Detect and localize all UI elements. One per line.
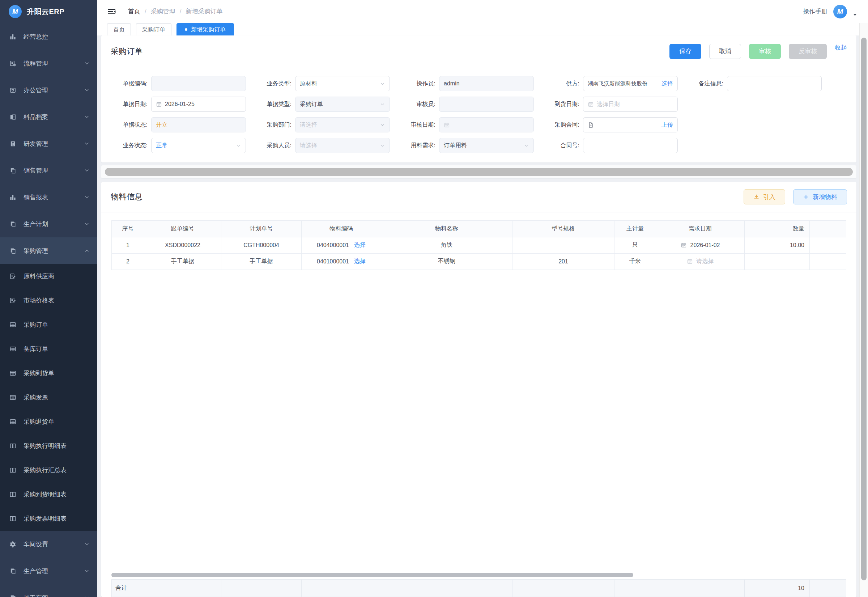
- gear-icon: [9, 541, 16, 548]
- sidebar-item-production-plan[interactable]: 生产计划: [0, 211, 97, 238]
- scrollbar-thumb[interactable]: [111, 573, 633, 577]
- buyer-select[interactable]: 请选择: [295, 138, 390, 153]
- cell-plan-no: CGTH000004: [221, 237, 302, 253]
- sidebar-item-purchase-arrival[interactable]: 采购到货单: [0, 361, 97, 385]
- cell-qty[interactable]: 10.00: [745, 237, 810, 253]
- sidebar-item-sales-report[interactable]: 销售报表: [0, 184, 97, 211]
- sidebar-item-process-mgmt[interactable]: 流程管理: [0, 50, 97, 77]
- tab-purchase-order[interactable]: 采购订单: [136, 23, 172, 36]
- collapse-link[interactable]: 收起: [835, 43, 847, 52]
- cell-qty[interactable]: [745, 253, 810, 270]
- calendar-icon: [687, 258, 693, 264]
- col-header: 物料名称: [381, 220, 513, 237]
- remark-input[interactable]: [727, 76, 822, 91]
- add-material-button[interactable]: 新增物料: [793, 189, 847, 205]
- menu-fold-icon[interactable]: [108, 8, 116, 15]
- cell-material-code: 0404000001 选择: [302, 237, 381, 253]
- biz-type-select[interactable]: 原材料: [295, 76, 390, 91]
- supplier-pick-link[interactable]: 选择: [662, 80, 673, 88]
- chevron-down-icon: [380, 122, 385, 128]
- sidebar-item-market-price[interactable]: 市场价格表: [0, 288, 97, 313]
- chevron-down-icon: [524, 143, 529, 149]
- field-purchase-dept: 采购部门: 请选择: [255, 117, 390, 132]
- avatar[interactable]: M: [833, 5, 847, 18]
- operator-input[interactable]: admin: [439, 76, 534, 91]
- doc-no-input[interactable]: [151, 76, 246, 91]
- breadcrumb-section[interactable]: 采购管理: [151, 7, 175, 16]
- arrival-date-picker[interactable]: 选择日期: [583, 97, 678, 112]
- import-button[interactable]: 引入: [744, 189, 785, 205]
- sidebar-item-office-mgmt[interactable]: 办公管理: [0, 77, 97, 104]
- auditor-input[interactable]: [439, 97, 534, 112]
- sidebar-item-arrival-detail-report[interactable]: 采购到货明细表: [0, 482, 97, 506]
- brand: M 升阳云ERP: [0, 0, 97, 23]
- field-label: 操作员:: [398, 80, 439, 88]
- tab-new-purchase-order[interactable]: 新增采购订单: [176, 23, 234, 36]
- breadcrumb-home[interactable]: 首页: [128, 7, 140, 16]
- sidebar-item-sales-mgmt[interactable]: 销售管理: [0, 157, 97, 184]
- doc-date-picker[interactable]: 2026-01-25: [151, 97, 246, 112]
- cell-demand-date[interactable]: 2026-01-02: [656, 237, 745, 253]
- cell-follow-no: XSDD000022: [144, 237, 221, 253]
- vertical-scrollbar[interactable]: [859, 23, 868, 597]
- table-row: 1 XSDD000022 CGTH000004 0404000001 选择 角铁: [112, 237, 847, 253]
- sidebar-item-production-mgmt[interactable]: 生产管理: [0, 558, 97, 584]
- plus-icon: [803, 194, 809, 200]
- biz-status-select[interactable]: 正常: [151, 138, 246, 153]
- purchase-contract-box[interactable]: 上传: [583, 117, 678, 132]
- unaudit-button[interactable]: 反审核: [789, 44, 827, 59]
- cell-seq: 2: [112, 253, 144, 270]
- sidebar-item-purchase-order[interactable]: 采购订单: [0, 313, 97, 337]
- cell-material-code: 0401000001 选择: [302, 253, 381, 270]
- research-icon: [9, 140, 16, 147]
- supplier-input[interactable]: 湖南飞沃新能源科技股份 选择: [583, 76, 678, 91]
- manual-link[interactable]: 操作手册: [803, 7, 828, 16]
- sidebar-item-purchase-return[interactable]: 采购退货单: [0, 410, 97, 434]
- pick-material-link[interactable]: 选择: [354, 258, 366, 265]
- tab-home[interactable]: 首页: [107, 23, 131, 36]
- doc-type-select[interactable]: 采购订单: [295, 97, 390, 112]
- scrollbar-thumb[interactable]: [861, 38, 867, 581]
- top-header: 首页 / 采购管理 / 新增采购订单 操作手册 M: [97, 0, 868, 23]
- purchase-dept-select[interactable]: 请选择: [295, 117, 390, 132]
- table-horizontal-scrollbar[interactable]: [111, 572, 846, 578]
- material-demand-select[interactable]: 订单用料: [439, 138, 534, 153]
- sidebar-item-stock-order[interactable]: 备库订单: [0, 337, 97, 361]
- sidebar-item-purchase-invoice[interactable]: 采购发票: [0, 385, 97, 410]
- field-label: 采购部门:: [255, 121, 295, 129]
- cancel-button[interactable]: 取消: [709, 44, 741, 59]
- sidebar-item-processing-workshop[interactable]: 加工车间: [0, 584, 97, 597]
- audit-button[interactable]: 审核: [749, 44, 781, 59]
- horizontal-scrollbar[interactable]: [101, 165, 856, 178]
- sidebar-item-business-overview[interactable]: 经营总控: [0, 23, 97, 50]
- sidebar-item-purchase-mgmt[interactable]: 采购管理: [0, 238, 97, 264]
- field-doc-type: 单据类型: 采购订单: [255, 97, 390, 112]
- doc-status-input[interactable]: 开立: [151, 117, 246, 132]
- pages-icon: [9, 221, 16, 227]
- cell-follow-no: 手工单据: [144, 253, 221, 270]
- contract-no-input[interactable]: [583, 138, 678, 153]
- sidebar-item-raw-supplier[interactable]: 原料供应商: [0, 264, 97, 288]
- audit-date-picker[interactable]: [439, 117, 534, 132]
- chevron-down-icon: [380, 81, 385, 86]
- calendar-icon: [444, 122, 450, 128]
- scrollbar-thumb[interactable]: [105, 168, 853, 176]
- cell-demand-date[interactable]: 请选择: [656, 253, 745, 270]
- sidebar-item-exec-detail-report[interactable]: 采购执行明细表: [0, 434, 97, 458]
- field-remark: 备注信息:: [686, 76, 822, 91]
- field-contract-no: 合同号:: [542, 138, 678, 153]
- cell-price[interactable]: [810, 237, 847, 253]
- sidebar-item-invoice-detail-report[interactable]: 采购发票明细表: [0, 506, 97, 531]
- field-label: 采购人员:: [255, 142, 295, 149]
- sidebar-item-material-archive[interactable]: 料品档案: [0, 104, 97, 130]
- upload-link[interactable]: 上传: [662, 121, 673, 129]
- sidebar-item-exec-summary-report[interactable]: 采购执行汇总表: [0, 458, 97, 482]
- cell-price[interactable]: [810, 253, 847, 270]
- pick-material-link[interactable]: 选择: [354, 241, 366, 249]
- sidebar-item-workshop-setting[interactable]: 车间设置: [0, 531, 97, 558]
- field-label: 单据状态:: [111, 121, 151, 129]
- sidebar-item-rd-mgmt[interactable]: 研发管理: [0, 130, 97, 157]
- caret-down-icon[interactable]: [853, 13, 857, 17]
- breadcrumb-page: 新增采购订单: [185, 7, 222, 16]
- save-button[interactable]: 保存: [670, 44, 701, 59]
